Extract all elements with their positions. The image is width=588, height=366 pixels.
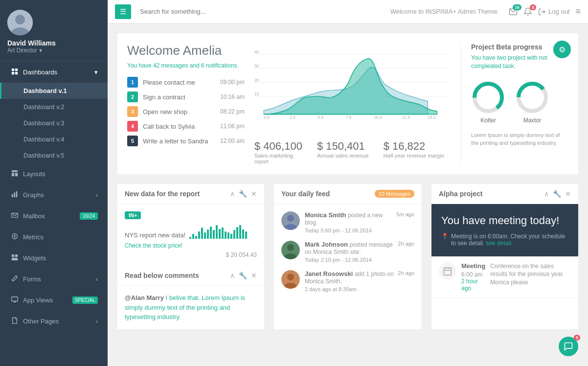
task-num-1: 1 (127, 77, 138, 88)
grid-icon (11, 68, 18, 76)
close-icon2[interactable]: ✕ (251, 272, 257, 279)
close-icon[interactable]: ✕ (251, 190, 257, 198)
svg-text:0.0: 0.0 (264, 115, 270, 120)
sidebar-item-graphs[interactable]: Graphs ‹ (0, 184, 108, 206)
panel-alpha: Alpha project ∧ 🔧 ✕ You have meeting tod… (431, 184, 578, 329)
svg-rect-15 (12, 254, 14, 257)
nys-title: NYS report new data! (125, 224, 257, 239)
sidebar-item-dash3[interactable]: Dashboard v.3 (0, 115, 108, 131)
wrench-icon[interactable]: 🔧 (239, 190, 247, 198)
panel-report-controls: ∧ 🔧 ✕ (230, 190, 257, 198)
minimize-icon[interactable]: ∧ (230, 190, 235, 198)
project-subtitle: You have two project with not compleated… (471, 54, 568, 70)
svg-point-45 (287, 244, 294, 251)
sidebar-item-mailbox[interactable]: Mailbox 16/24 (0, 206, 108, 227)
feed-item-2: Mark Johnson posted message on Monica Sm… (281, 241, 414, 263)
panel-report-body: IN+ NYS report new data! Check the stock… (117, 204, 264, 266)
task-time-1: 09:00 pm (220, 79, 245, 86)
meeting-card: You have meeting today! 📍 Meeting is on … (431, 204, 578, 256)
area-chart-container: 40 30 20 10 0.0 2.5 5.0 7.5 10.0 12.5 15… (254, 43, 451, 164)
header-lines-button[interactable]: ≡ (575, 6, 581, 17)
mini-bar (222, 228, 224, 239)
task-num-3: 3 (127, 106, 138, 117)
mini-bar (245, 231, 247, 239)
mail-icon (11, 212, 18, 220)
minimize-icon3[interactable]: ∧ (544, 190, 549, 198)
edit-icon (11, 275, 18, 283)
search-input[interactable] (136, 6, 385, 17)
svg-rect-4 (15, 69, 18, 71)
close-icon3[interactable]: ✕ (565, 190, 571, 198)
svg-text:40: 40 (254, 49, 259, 54)
menu-toggle-button[interactable]: ☰ (115, 4, 131, 19)
sidebar-item-layouts[interactable]: Layouts (0, 163, 108, 184)
chevron-left-icon: ‹ (96, 275, 98, 283)
donut-kolter: Kolter (471, 80, 505, 124)
mini-bar (201, 228, 203, 239)
content-area: Welcome Amelia You have 42 messages and … (108, 23, 588, 366)
settings-fab-button[interactable]: ⚙ (553, 41, 571, 58)
sidebar-item-forms[interactable]: Forms ‹ (0, 269, 108, 290)
project-text: Lorem Ipsum is simply dummy text of the … (471, 131, 568, 147)
metrics-icon (11, 233, 18, 241)
meeting-details: Meeting 6:00 am 2 hour ago (461, 262, 485, 292)
profile-name: David Williams (7, 39, 56, 47)
sidebar-item-widgets[interactable]: Widgets (0, 248, 108, 269)
mini-bar (192, 234, 194, 239)
chat-badge: 5 (574, 335, 580, 341)
task-item-3: 3 Open new shop 08:22 pm (127, 106, 245, 117)
task-item-2: 2 Sign a contract 10:16 am (127, 92, 245, 102)
minimize-icon2[interactable]: ∧ (230, 272, 235, 279)
chevron-left-icon2: ‹ (96, 318, 98, 325)
bottom-row: New data for the report ∧ 🔧 ✕ IN+ NYS re… (117, 184, 578, 329)
sidebar-item-dash2[interactable]: Dashboard v.2 (0, 99, 108, 115)
welcome-section: Welcome Amelia You have 42 messages and … (117, 33, 578, 174)
panel-feed-body: Monica Smith posted a new blog. 5m ago T… (274, 204, 422, 329)
svg-rect-17 (12, 258, 18, 260)
notifications-email-button[interactable]: 16 (509, 7, 518, 16)
wrench-icon3[interactable]: 🔧 (553, 190, 561, 198)
welcome-subtitle: You have 42 messages and 6 notifications… (127, 62, 245, 69)
meeting-icon-wrap (439, 262, 456, 280)
panel-feed-header: Your daily feed 10 Messages (274, 184, 422, 204)
sidebar-item-dashboards[interactable]: Dashboards ▾ (0, 62, 108, 83)
meeting-desc: Conference on the sales results for the … (490, 262, 571, 292)
svg-rect-6 (15, 72, 18, 74)
bar-chart-mini (189, 224, 247, 239)
mini-bar (219, 229, 221, 239)
bar-chart-icon (11, 191, 18, 199)
logout-button[interactable]: Log out (538, 8, 569, 16)
mini-bar (198, 231, 200, 239)
panel-alpha-title: Alpha project (439, 190, 482, 198)
task-item-5: 5 Write a letter to Sandra 12:00 am (127, 136, 245, 146)
sidebar-item-metrics[interactable]: Metrics (0, 227, 108, 248)
chat-fab-button[interactable]: 5 (559, 337, 578, 356)
messages-badge: 10 Messages (375, 190, 414, 198)
sidebar-item-dash5[interactable]: Dashboard v.5 (0, 147, 108, 163)
task-time-2: 10:16 am (220, 93, 245, 100)
task-title-5: Write a letter to Sandra (143, 137, 215, 145)
wrench-icon2[interactable]: 🔧 (239, 272, 247, 279)
profile-role[interactable]: Art Director ▾ (7, 47, 42, 54)
svg-rect-18 (12, 297, 18, 301)
notifications-bell-button[interactable]: 8 (523, 7, 532, 16)
feed-item-1: Monica Smith posted a new blog. 5m ago T… (281, 211, 414, 233)
stat-sales: $ 406,100 Sales marketing report (254, 140, 302, 164)
task-title-4: Call back to Sylvia (143, 123, 215, 130)
svg-point-48 (287, 274, 294, 280)
sidebar-item-label: Dashboards (23, 69, 57, 76)
svg-point-1 (15, 15, 25, 24)
email-badge: 16 (513, 4, 521, 10)
mini-bar (225, 231, 226, 239)
sidebar-item-otherpages[interactable]: Other Pages ‹ (0, 311, 108, 332)
layout-icon (11, 170, 18, 178)
main-content: ☰ Welcome to INSPINIA+ Admin Theme. 16 8… (108, 0, 588, 366)
project-progress: Project Beta progress You have two proje… (461, 43, 568, 164)
sidebar-item-appviews[interactable]: App Views SPECIAL (0, 290, 108, 311)
sidebar-item-dash1[interactable]: Dashboard v.1 (0, 83, 108, 99)
meeting-title: You have meeting today! (441, 214, 568, 228)
feed-content-3: Janet Rosowski add 1 photo on Monica Smi… (305, 270, 414, 292)
mini-bar (239, 225, 241, 239)
sidebar-item-dash4[interactable]: Dashboard v.4 (0, 131, 108, 147)
nys-link[interactable]: Check the stock price! (125, 242, 182, 249)
